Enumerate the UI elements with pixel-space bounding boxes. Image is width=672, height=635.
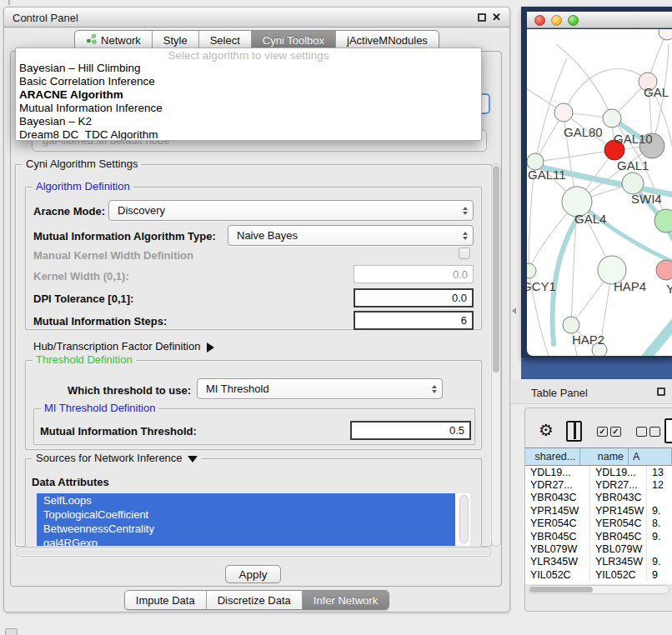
list-item[interactable]: gal4RGexp [37, 536, 455, 546]
float-table-panel-icon[interactable] [657, 388, 665, 396]
settings-horizontal-scrollbar[interactable] [16, 548, 491, 557]
which-threshold-combobox[interactable]: MI Threshold [197, 378, 443, 399]
table-cell[interactable] [647, 542, 672, 555]
tab-label: Discretize Data [218, 594, 291, 607]
algorithm-option-selected[interactable]: ARACNE Algorithm [16, 88, 481, 102]
column-header[interactable]: shared... [525, 448, 580, 466]
sources-title: Sources for Network Inference [36, 452, 183, 464]
node-label: HAP4 [614, 279, 646, 293]
table-cell[interactable]: 8. [647, 518, 672, 530]
table-horizontal-scrollbar-thumb[interactable] [529, 587, 593, 592]
manual-kernel-checkbox[interactable] [459, 248, 470, 259]
list-item[interactable]: SelfLoops [37, 493, 455, 508]
algorithm-option[interactable]: Dream8 DC_TDC Algorithm [16, 128, 481, 141]
tab-discretize-data[interactable]: Discretize Data [207, 591, 303, 609]
table-cell[interactable]: YER054C [590, 518, 647, 530]
table-cell[interactable]: 9. [647, 530, 672, 542]
zoom-window-icon[interactable] [568, 15, 579, 26]
network-node[interactable] [603, 109, 621, 128]
column-header[interactable]: A [629, 448, 672, 466]
data-attributes-label: Data Attributes [32, 476, 109, 488]
table-cell[interactable]: YBR043C [525, 492, 590, 504]
node-label: GAL10 [614, 132, 653, 146]
table-cell[interactable] [647, 492, 672, 504]
apply-button[interactable]: Apply [225, 565, 281, 583]
desktop-background: GAL GAL80 GAL10 GAL1 GAL11 SWI4 GAL4 GCY… [521, 7, 672, 379]
table-cell[interactable]: YBR045C [590, 530, 647, 542]
settings-horizontal-scrollbar-thumb[interactable] [18, 549, 489, 555]
export-table-icon[interactable] [664, 418, 672, 443]
table-cell[interactable]: YIL052C [590, 568, 647, 581]
table-cell[interactable]: YBR045C [525, 530, 590, 542]
table-cell[interactable]: YDL19... [525, 466, 590, 478]
network-node[interactable] [527, 263, 536, 278]
column-header[interactable]: name [580, 448, 629, 466]
sources-toggle[interactable]: Sources for Network Inference [33, 452, 201, 464]
table-cell[interactable]: 12 [647, 478, 672, 491]
aracne-mode-value: Discovery [118, 204, 165, 217]
collapsed-panel-icon[interactable] [5, 628, 18, 635]
tab-cyni-toolbox[interactable]: Cyni Toolbox [252, 31, 336, 49]
network-node[interactable] [563, 317, 579, 333]
tab-style[interactable]: Style [153, 31, 199, 49]
algorithm-option[interactable]: Bayesian – Hill Climbing [16, 62, 481, 75]
tab-select[interactable]: Select [199, 31, 252, 49]
close-panel-icon[interactable]: ✕ [492, 12, 501, 22]
network-node-salmon[interactable] [656, 260, 672, 280]
tab-label: Select [210, 34, 240, 47]
list-scrollbar[interactable] [459, 495, 469, 543]
table-cell[interactable]: YDR27... [590, 478, 647, 491]
table-cell[interactable]: 13 [647, 466, 672, 478]
tab-infer-network[interactable]: Infer Network [303, 591, 389, 609]
mi-threshold-field[interactable]: 0.5 [350, 421, 471, 440]
network-node[interactable] [659, 29, 672, 40]
deselect-all-checkbox-icon[interactable] [636, 427, 647, 437]
table-cell[interactable]: YDL19... [590, 466, 647, 478]
network-window-titlebar[interactable] [527, 12, 672, 28]
table-cell[interactable]: YBR043C [590, 492, 647, 504]
dpi-tolerance-field[interactable]: 0.0 [354, 288, 474, 308]
algorithm-option[interactable]: Mutual Information Inference [16, 102, 481, 115]
mi-steps-field[interactable]: 6 [354, 311, 474, 330]
table-settings-gear-icon[interactable]: ⚙ [539, 422, 554, 438]
table-cell[interactable]: YBL079W [590, 542, 647, 555]
split-pane-handle-icon[interactable] [512, 308, 516, 314]
table-cell[interactable]: YIL052C [525, 568, 590, 581]
table-cell[interactable]: YLR345W [590, 556, 647, 568]
hub-definition-toggle[interactable]: Hub/Transcription Factor Definition [33, 340, 214, 352]
mi-steps-label: Mutual Information Steps: [33, 315, 167, 328]
select-all-checkbox-icon[interactable]: ✓ [597, 427, 608, 437]
deselect-all-checkbox-icon[interactable] [649, 427, 660, 437]
table-cell[interactable]: YPR145W [525, 504, 590, 517]
table-cell[interactable]: YBL079W [525, 542, 590, 555]
network-node[interactable] [554, 103, 573, 122]
settings-vertical-scrollbar[interactable] [491, 163, 501, 547]
tab-impute-data[interactable]: Impute Data [125, 591, 207, 609]
tab-jactivemnodules[interactable]: jActiveMNodules [336, 31, 439, 49]
close-window-icon[interactable] [534, 15, 545, 26]
mi-algorithm-type-combobox[interactable]: Naive Bayes [228, 225, 474, 246]
algorithm-option[interactable]: Basic Correlation Inference [16, 75, 481, 88]
algorithm-option[interactable]: Bayesian – K2 [16, 115, 481, 128]
network-canvas[interactable]: GAL GAL80 GAL10 GAL1 GAL11 SWI4 GAL4 GCY… [527, 29, 672, 356]
tab-label: Style [163, 34, 188, 47]
aracne-mode-combobox[interactable]: Discovery [108, 200, 474, 221]
tab-network[interactable]: Network [75, 31, 153, 49]
float-panel-icon[interactable] [478, 13, 486, 22]
table-cell[interactable]: YER054C [525, 518, 590, 530]
table-cell[interactable]: 9. [647, 556, 672, 568]
minimize-window-icon[interactable] [551, 15, 562, 26]
list-item[interactable]: TopologicalCoefficient [37, 508, 455, 522]
table-cell[interactable]: 9. [647, 504, 672, 517]
select-all-checkbox-icon[interactable]: ✓ [610, 427, 621, 437]
table-horizontal-scrollbar[interactable] [528, 585, 669, 594]
apply-button-label: Apply [239, 568, 268, 581]
table-cell[interactable]: YPR145W [590, 504, 647, 517]
settings-vertical-scrollbar-thumb[interactable] [493, 166, 499, 372]
column-layout-icon[interactable] [566, 421, 582, 442]
stepper-icon [463, 201, 468, 220]
table-cell[interactable]: 9 [647, 568, 672, 581]
table-cell[interactable]: YLR345W [525, 556, 590, 568]
table-cell[interactable]: YDR27... [525, 478, 590, 491]
list-item[interactable]: BetweennessCentrality [37, 522, 455, 536]
